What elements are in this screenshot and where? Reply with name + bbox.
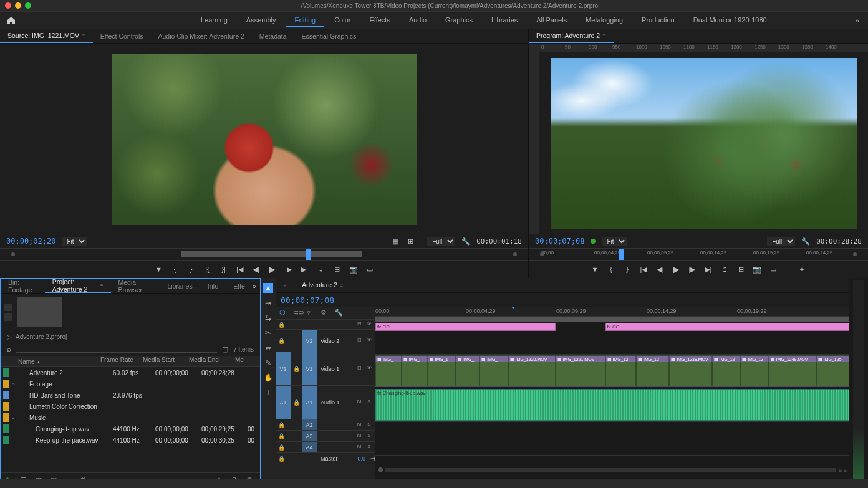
- razor-tool[interactable]: ✂: [263, 328, 273, 338]
- video-clip[interactable]: ▦ IMG_1238.MOV: [669, 355, 711, 387]
- window-maximize[interactable]: [25, 2, 31, 9]
- collapse-icon[interactable]: ⊣: [370, 456, 375, 462]
- source-fit-select[interactable]: Fit: [62, 237, 87, 246]
- go-in-icon[interactable]: |{: [203, 265, 212, 274]
- target-v1[interactable]: V1: [302, 352, 317, 385]
- next-edit-icon[interactable]: ▶|: [301, 265, 309, 274]
- sequence-tab[interactable]: Adventure 2 ≡: [294, 278, 350, 292]
- source-patch-a1[interactable]: A1: [276, 386, 291, 419]
- track-header-a4[interactable]: 🔒A4 MS: [276, 441, 375, 452]
- source-panel-tab[interactable]: Effect Controls: [93, 29, 151, 43]
- label-color[interactable]: [3, 436, 9, 444]
- comparison-icon[interactable]: ▭: [365, 265, 374, 274]
- workspace-tab-all-panels[interactable]: All Panels: [528, 14, 576, 27]
- timeline-timecode[interactable]: 00;00;07;08: [281, 295, 334, 305]
- work-area-bar[interactable]: [375, 317, 849, 322]
- solo-icon[interactable]: S: [365, 399, 373, 406]
- prev-edit-icon[interactable]: |◀: [639, 265, 648, 274]
- track-lane-a2[interactable]: [375, 421, 849, 433]
- project-row[interactable]: HD Bars and Tone 23.976 fps: [1, 390, 260, 401]
- mute-icon[interactable]: M: [355, 399, 363, 406]
- add-button-icon[interactable]: +: [798, 265, 806, 274]
- step-back-icon[interactable]: ◀|: [252, 265, 261, 274]
- project-row[interactable]: Keep-up-the-pace.wav 44100 Hz 00;00;00;0…: [1, 434, 260, 446]
- thumb-play-icon[interactable]: [4, 313, 12, 321]
- track-header-v1[interactable]: V1 🔒 V1 Video 1 ⊟👁: [276, 352, 375, 385]
- track-header-v2[interactable]: 🔒V2 Video 2 ⊟👁: [276, 329, 375, 352]
- video-clip[interactable]: ▦ IMG_125: [816, 355, 849, 387]
- marker-icon[interactable]: ▿: [307, 309, 316, 317]
- label-color[interactable]: [3, 391, 9, 399]
- prev-edit-icon[interactable]: |◀: [236, 265, 244, 274]
- thumb-view-icon[interactable]: [4, 304, 12, 311]
- export-frame-icon[interactable]: 📷: [753, 265, 761, 274]
- track-lane-a4[interactable]: [375, 444, 849, 455]
- source-panel-tab[interactable]: Source: IMG_1221.MOV≡: [0, 29, 93, 43]
- ripple-tool[interactable]: ⇆: [263, 313, 273, 323]
- next-edit-icon[interactable]: ▶|: [704, 265, 713, 274]
- source-panel-tab[interactable]: Audio Clip Mixer: Adventure 2: [150, 29, 251, 43]
- mark-in-icon[interactable]: ▼: [591, 265, 599, 274]
- toggle-output-icon[interactable]: ⊟: [355, 321, 363, 328]
- program-monitor[interactable]: [551, 58, 857, 229]
- workspace-tab-libraries[interactable]: Libraries: [483, 14, 526, 27]
- label-color[interactable]: [3, 424, 9, 433]
- program-tab[interactable]: Program: Adventure 2 ≡: [529, 29, 614, 43]
- overwrite-icon[interactable]: ⊟: [333, 265, 342, 274]
- workspace-tab-effects[interactable]: Effects: [360, 14, 398, 27]
- link-icon[interactable]: ⊂⊃: [293, 309, 302, 317]
- disclosure-arrow[interactable]: v: [12, 415, 18, 421]
- source-zoom-select[interactable]: Full: [427, 237, 455, 246]
- panel-menu-icon[interactable]: ≡: [100, 282, 104, 289]
- panel-menu-icon[interactable]: ≡: [82, 32, 85, 39]
- step-back-icon[interactable]: ◀|: [655, 265, 664, 274]
- video-clip[interactable]: ▦ IMG_12: [740, 355, 769, 387]
- project-panel-tab[interactable]: Info: [200, 279, 226, 293]
- window-close[interactable]: [5, 2, 11, 9]
- track-lane-master[interactable]: [375, 455, 849, 466]
- home-icon[interactable]: [6, 16, 16, 26]
- workspace-tab-graphics[interactable]: Graphics: [436, 14, 481, 27]
- play-button[interactable]: ▶: [672, 265, 680, 274]
- master-level[interactable]: 0.0: [357, 456, 370, 462]
- video-clip[interactable]: ▦ IMG_1221.MOV: [556, 355, 605, 387]
- timeline-ruler[interactable]: 00;0000;00;04;2900;00;09;2900;00;14;2900…: [375, 307, 849, 317]
- playhead[interactable]: [513, 307, 513, 488]
- search-icon[interactable]: ⌕: [7, 345, 11, 353]
- project-panel-tab[interactable]: Media Browser: [111, 279, 160, 293]
- workspace-tab-dual-monitor-1920-1080[interactable]: Dual Monitor 1920-1080: [685, 14, 776, 27]
- project-panel-tab[interactable]: Bin: Footage: [1, 279, 45, 293]
- program-timecode[interactable]: 00;00;07;08: [535, 237, 584, 246]
- track-lane-v2[interactable]: [375, 332, 849, 354]
- extract-icon[interactable]: ⊟: [736, 265, 745, 274]
- workspace-tab-editing[interactable]: Editing: [286, 14, 325, 27]
- track-lane-cc[interactable]: fx CCfx CC: [375, 322, 849, 332]
- overflow-icon[interactable]: »: [853, 16, 862, 25]
- wrench-icon[interactable]: 🔧: [801, 237, 810, 246]
- panel-menu-icon[interactable]: ≡: [340, 282, 344, 289]
- project-row[interactable]: Lumetri Color Correction: [1, 401, 260, 412]
- in-bracket-icon[interactable]: {: [607, 265, 615, 274]
- lift-icon[interactable]: ↥: [720, 265, 729, 274]
- source-monitor[interactable]: [112, 54, 417, 225]
- type-tool[interactable]: T: [263, 388, 273, 398]
- source-patch-v1[interactable]: V1: [276, 352, 291, 385]
- project-row[interactable]: Changing-it-up.wav 44100 Hz 00;00;00;00 …: [1, 423, 260, 434]
- video-clip[interactable]: ▦ IMG_: [456, 355, 480, 387]
- project-row[interactable]: > Footage: [1, 378, 260, 390]
- label-color[interactable]: [3, 402, 9, 411]
- col-mediastart[interactable]: Media Start: [143, 356, 189, 366]
- video-clip[interactable]: ▦ IMG_12: [712, 355, 741, 387]
- slip-tool[interactable]: ⇔: [263, 343, 273, 353]
- video-clip[interactable]: ▦ IMG_12: [636, 355, 669, 387]
- label-color[interactable]: [3, 368, 9, 377]
- track-header-v3[interactable]: 🔒 ⊟👁: [276, 319, 375, 329]
- source-safe-margins-icon[interactable]: ⊞: [406, 237, 415, 246]
- program-zoom-select[interactable]: Full: [767, 237, 795, 246]
- project-panel-tab[interactable]: Effe: [226, 279, 253, 293]
- cc-clip[interactable]: fx CC: [375, 323, 556, 331]
- workspace-tab-metalogging[interactable]: Metalogging: [577, 14, 632, 27]
- in-bracket-icon[interactable]: {: [171, 265, 180, 274]
- source-timecode[interactable]: 00;00;02;20: [6, 237, 55, 246]
- window-minimize[interactable]: [15, 2, 21, 9]
